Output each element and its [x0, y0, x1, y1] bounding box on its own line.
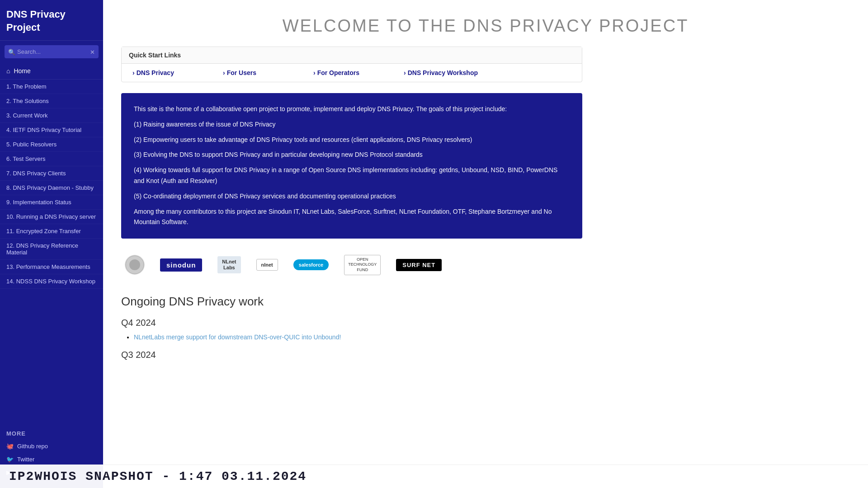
quarter-heading: Q4 2024 — [121, 318, 582, 328]
sidebar-item-1[interactable]: 1. The Problem — [0, 80, 103, 94]
sidebar-item-3[interactable]: 3. Current Work — [0, 108, 103, 123]
info-box: This site is the home of a collaborative… — [121, 93, 582, 239]
info-contributors: Among the many contributors to this proj… — [134, 206, 570, 228]
sidebar-social-twitter[interactable]: 🐦Twitter — [0, 453, 103, 466]
twitter-icon: 🐦 — [6, 456, 14, 463]
github-icon: 🐙 — [6, 443, 14, 450]
logo-nlnet: nlnet — [253, 255, 282, 275]
info-intro: This site is the home of a collaborative… — [134, 104, 570, 115]
quarter-heading: Q3 2024 — [121, 350, 582, 360]
nav-list: 1. The Problem2. The Solutions3. Current… — [0, 80, 103, 419]
otf-text: OPENTECHNOLOGYFUND — [344, 255, 381, 275]
bottom-banner: IP2WHOIS SNAPSHOT - 1:47 03.11.2024 — [0, 465, 868, 488]
info-goal: (3) Evolving the DNS to support DNS Priv… — [134, 150, 570, 160]
quarter-q4-2024: Q4 2024NLnetLabs merge support for downs… — [121, 318, 582, 341]
quick-link-arrow: › — [313, 69, 316, 76]
logos-row: sinodun NLnetLabs nlnet salesforce OPENT… — [121, 249, 582, 280]
quick-link-dns-privacy-workshop[interactable]: › DNS Privacy Workshop — [393, 64, 489, 82]
main-content-area: WELCOME TO THE DNS PRIVACY PROJECT Quick… — [103, 0, 868, 488]
info-goal: (1) Raising awareness of the issue of DN… — [134, 119, 570, 130]
quarter-q3-2024: Q3 2024 — [121, 350, 582, 360]
logo-otf: OPENTECHNOLOGYFUND — [340, 255, 384, 275]
work-link[interactable]: NLnetLabs merge support for downstream D… — [134, 333, 341, 341]
banner-text: IP2WHOIS SNAPSHOT - 1:47 03.11.2024 — [9, 469, 307, 483]
sidebar-social-github[interactable]: 🐙Github repo — [0, 440, 103, 453]
search-container: 🔍 ✕ — [0, 41, 103, 63]
ongoing-section: Ongoing DNS Privacy work Q4 2024NLnetLab… — [121, 295, 582, 360]
quick-link-arrow: › — [404, 69, 406, 76]
search-input[interactable] — [5, 45, 99, 58]
sidebar-item-10[interactable]: 10. Running a DNS Privacy server — [0, 210, 103, 224]
sidebar-item-9[interactable]: 9. Implementation Status — [0, 195, 103, 210]
sidebar-item-8[interactable]: 8. DNS Privacy Daemon - Stubby — [0, 181, 103, 195]
social-label: Twitter — [17, 456, 34, 463]
quick-start-box: Quick Start Links › DNS Privacy› For Use… — [121, 47, 582, 82]
page-title: WELCOME TO THE DNS PRIVACY PROJECT — [103, 0, 868, 47]
sidebar-title: DNS Privacy Project — [0, 0, 103, 41]
nlnet-text: nlnet — [256, 259, 278, 271]
home-icon: ⌂ — [6, 67, 10, 75]
sidebar-item-11[interactable]: 11. Encrypted Zone Transfer — [0, 224, 103, 239]
info-goal: (4) Working towards full support for DNS… — [134, 165, 570, 187]
sidebar-home-label: Home — [14, 67, 30, 75]
quick-link-for-operators[interactable]: › For Operators — [302, 64, 393, 82]
quick-link-label: For Users — [227, 69, 256, 76]
quick-link-arrow: › — [132, 69, 135, 76]
work-list: NLnetLabs merge support for downstream D… — [121, 333, 582, 341]
surfnet-text: SURF NET — [396, 259, 442, 271]
salesforce-text: salesforce — [293, 259, 329, 270]
sidebar-item-6[interactable]: 6. Test Servers — [0, 152, 103, 166]
sidebar-item-2[interactable]: 2. The Solutions — [0, 94, 103, 108]
quick-link-label: DNS Privacy — [137, 69, 174, 76]
search-icon: 🔍 — [8, 48, 15, 55]
logo-surfnet: SURF NET — [392, 255, 445, 275]
quick-link-arrow: › — [223, 69, 225, 76]
sidebar-item-14[interactable]: 14. NDSS DNS Privacy Workshop — [0, 274, 103, 289]
quick-link-label: DNS Privacy Workshop — [408, 69, 478, 76]
quick-start-header: Quick Start Links — [122, 47, 582, 64]
quick-link-label: For Operators — [317, 69, 359, 76]
logo-salesforce: salesforce — [290, 255, 332, 275]
sidebar-item-5[interactable]: 5. Public Resolvers — [0, 137, 103, 152]
svg-point-1 — [129, 259, 140, 270]
list-item: NLnetLabs merge support for downstream D… — [134, 333, 582, 341]
nlnetlabs-text: NLnetLabs — [217, 256, 241, 273]
sidebar-home[interactable]: ⌂ Home — [0, 63, 103, 80]
more-label: More — [0, 424, 103, 440]
sinodun-text: sinodun — [160, 258, 202, 272]
quick-link-for-users[interactable]: › For Users — [212, 64, 302, 82]
ongoing-heading: Ongoing DNS Privacy work — [121, 295, 582, 309]
quick-start-links: › DNS Privacy› For Users› For Operators›… — [122, 64, 582, 82]
sidebar-item-4[interactable]: 4. IETF DNS Privacy Tutorial — [0, 123, 103, 137]
logo-small-img — [125, 255, 145, 275]
sidebar-item-12[interactable]: 12. DNS Privacy Reference Material — [0, 239, 103, 260]
info-goal: (2) Empowering users to take advantage o… — [134, 135, 570, 145]
info-goal: (5) Co-ordinating deployment of DNS Priv… — [134, 191, 570, 202]
sidebar-item-7[interactable]: 7. DNS Privacy Clients — [0, 166, 103, 181]
sidebar-item-13[interactable]: 13. Performance Measurements — [0, 260, 103, 274]
quick-link-dns-privacy[interactable]: › DNS Privacy — [122, 64, 212, 82]
quarters-list: Q4 2024NLnetLabs merge support for downs… — [121, 318, 582, 360]
search-clear-icon[interactable]: ✕ — [90, 48, 95, 55]
logo-small — [121, 255, 148, 275]
logo-sinodun: sinodun — [156, 255, 206, 275]
social-label: Github repo — [17, 443, 48, 450]
sidebar: DNS Privacy Project 🔍 ✕ ⌂ Home 1. The Pr… — [0, 0, 103, 488]
logo-nlnetlabs: NLnetLabs — [214, 255, 244, 275]
